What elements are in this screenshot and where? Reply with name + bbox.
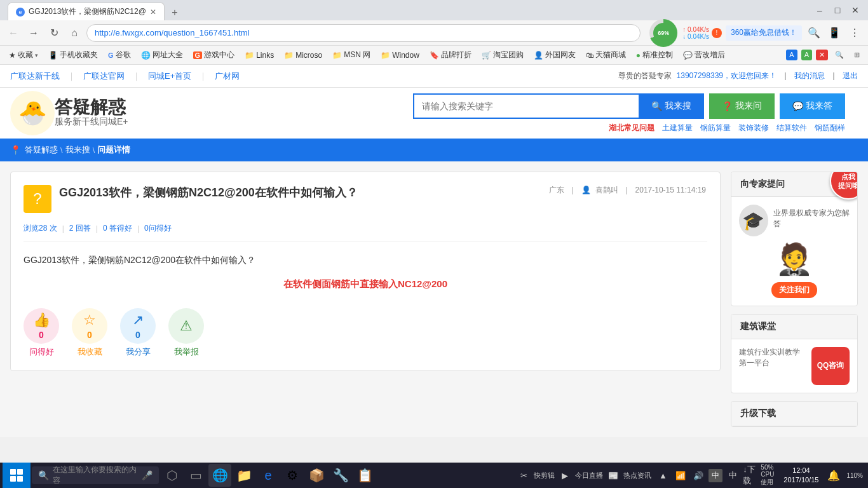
search-tag-zhuangshi[interactable]: 装饰装修 — [738, 123, 769, 133]
tab-bar: e GGJ2013软件，梁侧钢筋N2C12@ ✕ + — [5, 0, 182, 20]
taskbar-cortana[interactable]: ⬡ — [160, 464, 183, 487]
action-share-btn[interactable]: ↗ 0 我分享 — [120, 308, 156, 358]
taskbar-app4-icon[interactable]: 📋 — [353, 464, 376, 487]
address-bar[interactable]: http://e.fwxgx.com/question_1667451.html — [86, 24, 641, 42]
taskbar-browser-icon[interactable]: 🌐 — [208, 464, 231, 487]
tab-close-btn[interactable]: ✕ — [150, 8, 156, 17]
bookmark-win[interactable]: 📁 Window — [377, 50, 423, 61]
action-buttons: 👍 0 问得好 ☆ 0 我收藏 ↗ — [24, 301, 707, 358]
action-collect-btn[interactable]: ☆ 0 我收藏 — [72, 308, 107, 358]
tray-network-icon[interactable]: 📶 — [673, 463, 688, 488]
taskbar-ie-icon[interactable]: e — [257, 464, 280, 487]
bookmark-ms[interactable]: 📁 Microso — [280, 50, 326, 61]
tray-play-icon[interactable]: ▶ — [557, 463, 573, 488]
new-tab-button[interactable]: + — [167, 5, 182, 20]
ext-b-icon[interactable]: A — [801, 50, 812, 60]
topnav-tongcheng[interactable]: 同城E+首页 — [148, 71, 191, 82]
tray-volume-icon[interactable]: 🔊 — [691, 463, 706, 488]
search-tag-jiesuan[interactable]: 结算软件 — [776, 123, 807, 133]
taskbar-app1-icon[interactable]: ⚙ — [281, 464, 304, 487]
clock[interactable]: 12:04 2017/10/15 — [778, 466, 824, 485]
bookmark-foreign[interactable]: 👤 外国网友 — [530, 48, 580, 62]
speed-settings-icon[interactable]: ! — [712, 28, 722, 38]
bookmark-brand[interactable]: 🔖 品牌打折 — [426, 48, 475, 62]
search-input[interactable] — [413, 93, 639, 119]
home-button[interactable]: ⌂ — [66, 25, 83, 41]
bookmark-taobao[interactable]: 🛒 淘宝团购 — [478, 48, 527, 62]
taskbar-search[interactable]: 🔍 在这里输入你要搜索的内容 🎤 — [32, 466, 159, 484]
close-button[interactable]: ✕ — [848, 3, 863, 18]
tray-ime-icon[interactable]: 中 — [725, 463, 740, 488]
bookmark-mobile[interactable]: 📱 手机收藏夹 — [44, 48, 102, 62]
speed-down-text: ↓ 0.04K/s — [682, 33, 709, 40]
topnav-glda[interactable]: 广联达官网 — [83, 71, 125, 82]
tray-hot-news[interactable]: 热点资讯 — [622, 471, 653, 480]
search-tag-tujian[interactable]: 土建算量 — [662, 123, 693, 133]
browser-tab[interactable]: e GGJ2013软件，梁侧钢筋N2C12@ ✕ — [8, 3, 165, 20]
breadcrumb-search[interactable]: 我来搜 — [65, 144, 90, 156]
tray-scissors-icon[interactable]: ✂ — [516, 463, 531, 488]
qq-logo[interactable]: QQ咨询 — [811, 347, 850, 385]
stat-answers[interactable]: 2 回答 — [69, 223, 91, 234]
bookmark-control[interactable]: ● 精准控制 — [632, 48, 677, 62]
phone-icon[interactable]: 📱 — [826, 25, 843, 41]
topnav-gcai[interactable]: 广材网 — [215, 71, 240, 82]
bookmark-msn[interactable]: 📁 MSN 网 — [329, 48, 374, 62]
breadcrumb-home[interactable]: 答疑解惑 — [25, 144, 58, 156]
start-button[interactable] — [3, 463, 31, 488]
language-icon[interactable]: 中 — [709, 469, 722, 482]
nav-360-text[interactable]: 360赢给免息借钱！ — [726, 25, 802, 41]
ext-a-icon[interactable]: A — [786, 50, 797, 60]
bookmark-tmall-icon: 🛍 — [586, 51, 593, 60]
tray-download-icon[interactable]: ↓下载 — [743, 463, 758, 488]
building-classroom-body: 建筑行业实训教学第一平台 QQ咨询 — [731, 339, 857, 393]
ext-grid-icon[interactable]: ⊞ — [851, 50, 863, 60]
search-tag-hubei[interactable]: 湖北常见问题 — [609, 123, 654, 133]
follow-us-button[interactable]: 关注我们 — [771, 282, 817, 298]
bookmark-games[interactable]: G 游戏中心 — [189, 48, 239, 62]
search-tag-gangjin[interactable]: 钢筋算量 — [700, 123, 731, 133]
taskbar-folder-icon[interactable]: 📁 — [233, 464, 255, 487]
taskbar-app2-icon[interactable]: 📦 — [305, 464, 328, 487]
action-report-btn[interactable]: ⚠ 我举报 — [168, 308, 204, 358]
tray-expand-icon[interactable]: ▲ — [655, 463, 670, 488]
more-button[interactable]: ⋮ — [846, 25, 863, 41]
refresh-button[interactable]: ↻ — [46, 25, 62, 41]
notification-button[interactable]: 🔔 — [826, 463, 841, 488]
stat-views[interactable]: 浏览28 次 — [24, 223, 57, 234]
tray-news-icon[interactable]: 📰 — [606, 463, 621, 488]
back-button[interactable]: ← — [5, 25, 22, 41]
tray-kuaijian[interactable]: 快剪辑 — [532, 471, 556, 480]
topnav-phone[interactable]: 13907298339，欢迎您回来！ — [677, 71, 776, 81]
action-good-btn[interactable]: 👍 0 问得好 — [24, 308, 59, 358]
restore-button[interactable]: □ — [830, 3, 845, 18]
minimize-button[interactable]: – — [812, 3, 827, 18]
search-nav-icon[interactable]: 🔍 — [806, 25, 822, 41]
answer-button[interactable]: 💬 我来答 — [780, 93, 845, 119]
search-tag-fanyang[interactable]: 钢筋翻样 — [815, 123, 845, 133]
bookmark-url[interactable]: 🌐 网址大全 — [137, 48, 187, 62]
bookmark-links[interactable]: 📁 Links — [241, 50, 278, 61]
topnav-mymsg[interactable]: 我的消息 — [794, 71, 825, 81]
bookmark-tax[interactable]: 💬 营改增后 — [679, 48, 729, 62]
taskbar-app3-icon[interactable]: 🔧 — [329, 464, 352, 487]
tray-today-live[interactable]: 今日直播 — [574, 471, 604, 480]
stat-helpful[interactable]: 0问得好 — [144, 223, 172, 234]
topnav-xinganxian[interactable]: 广联达新干线 — [10, 71, 60, 82]
site-topnav: 广联达新干线 ｜ 广联达官网 ｜ 同城E+首页 ｜ 广材网 尊贵的答疑专家 13… — [0, 65, 868, 88]
ext-search-icon[interactable]: 🔍 — [832, 50, 847, 60]
bookmark-google[interactable]: G 谷歌 — [104, 48, 135, 62]
ext-x-icon[interactable]: ✕ — [816, 50, 828, 60]
taskbar-multitask[interactable]: ▭ — [184, 464, 207, 487]
breadcrumb-detail[interactable]: 问题详情 — [97, 144, 130, 156]
bookmark-tmall[interactable]: 🛍 天猫商城 — [582, 48, 630, 62]
search-button[interactable]: 🔍 我来搜 — [639, 93, 704, 119]
topnav-logout[interactable]: 退出 — [843, 71, 858, 81]
ask-button[interactable]: ❓ 我来问 — [709, 93, 775, 119]
search-tags: 湖北常见问题 土建算量 钢筋算量 装饰装修 结算软件 钢筋翻样 — [609, 123, 845, 133]
action-good-count: 0 — [39, 330, 44, 340]
stat-good-answers[interactable]: 0 答得好 — [103, 223, 132, 234]
zoom-level: 110% — [844, 472, 865, 479]
forward-button[interactable]: → — [25, 25, 42, 41]
bookmark-item[interactable]: ★ 收藏 ▾ — [5, 48, 42, 62]
